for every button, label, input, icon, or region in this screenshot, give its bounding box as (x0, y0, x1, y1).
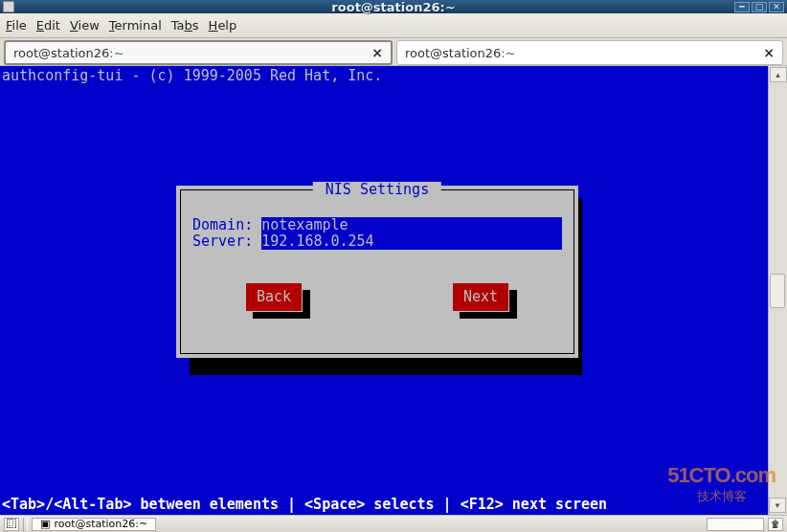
domain-label: Domain: (192, 217, 261, 233)
tab-2[interactable]: root@station26:~ × (396, 40, 783, 65)
tab-1[interactable]: root@station26:~ × (4, 40, 393, 65)
server-label: Server: (192, 233, 261, 250)
help-footer: <Tab>/<Alt-Tab> between elements | <Spac… (2, 497, 607, 513)
menu-terminal[interactable]: Terminal (109, 18, 162, 33)
menubar: File Edit View Terminal Tabs Help (0, 13, 787, 38)
close-icon[interactable]: × (763, 45, 775, 60)
trash-icon[interactable]: 🗑 (768, 518, 783, 531)
menu-edit[interactable]: Edit (36, 18, 60, 33)
tabstrip: root@station26:~ × root@station26:~ × (0, 38, 787, 65)
next-button[interactable]: Next (452, 282, 509, 312)
menu-view[interactable]: View (70, 18, 100, 33)
scroll-down-button[interactable]: ▾ (769, 498, 786, 513)
task-label: root@station26:~ (54, 518, 147, 530)
server-input[interactable] (261, 233, 562, 250)
close-icon[interactable]: × (371, 45, 383, 60)
menu-tabs[interactable]: Tabs (171, 18, 199, 33)
scroll-thumb[interactable] (770, 274, 785, 308)
taskbar: ⿶ ▣ root@station26:~ 🗑 (0, 515, 787, 532)
separator (23, 518, 28, 531)
domain-input[interactable] (261, 217, 562, 233)
scrollbar[interactable]: ▴ ▾ (768, 66, 787, 515)
back-button[interactable]: Back (245, 282, 303, 312)
show-desktop-icon[interactable]: ⿶ (4, 518, 19, 531)
tab-label: root@station26 (13, 46, 109, 60)
terminal-frame: authconfig-tui - (c) 1999-2005 Red Hat, … (0, 65, 787, 515)
terminal[interactable]: authconfig-tui - (c) 1999-2005 Red Hat, … (0, 66, 768, 515)
terminal-icon: ▣ (40, 518, 50, 530)
scroll-up-button[interactable]: ▴ (770, 67, 787, 82)
tab-label: root@station26 (405, 46, 501, 60)
nis-settings-dialog: NIS Settings Domain: Server: Back (176, 186, 578, 358)
menu-help[interactable]: Help (209, 18, 237, 33)
program-header: authconfig-tui - (c) 1999-2005 Red Hat, … (2, 68, 766, 84)
window-title: root@station26:~ (0, 0, 787, 14)
dialog-title: NIS Settings (313, 182, 441, 198)
workspace-switcher[interactable] (707, 518, 764, 531)
taskbar-task[interactable]: ▣ root@station26:~ (32, 518, 156, 531)
titlebar: root@station26:~ ━ □ ✕ (0, 0, 787, 13)
menu-file[interactable]: File (6, 18, 27, 33)
